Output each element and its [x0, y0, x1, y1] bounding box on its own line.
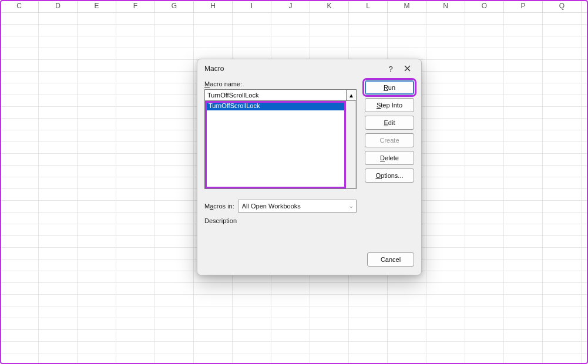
- cell[interactable]: [543, 119, 582, 130]
- cell[interactable]: [155, 154, 194, 166]
- cell[interactable]: [194, 318, 233, 330]
- cell[interactable]: [78, 342, 116, 353]
- cell[interactable]: [39, 83, 78, 95]
- cell[interactable]: [426, 259, 465, 271]
- cell[interactable]: [116, 342, 155, 353]
- cell[interactable]: [310, 342, 349, 353]
- cell[interactable]: [116, 189, 155, 201]
- cell[interactable]: [78, 306, 116, 318]
- cell[interactable]: [39, 72, 78, 83]
- cell[interactable]: [155, 342, 194, 353]
- cell[interactable]: [78, 295, 116, 306]
- cell[interactable]: [233, 283, 271, 295]
- cell[interactable]: [349, 48, 388, 60]
- cell[interactable]: [233, 36, 271, 48]
- cell[interactable]: [0, 224, 39, 236]
- cell[interactable]: [504, 130, 543, 142]
- cell[interactable]: [543, 36, 582, 48]
- cell[interactable]: [582, 248, 588, 259]
- cell[interactable]: [194, 330, 233, 342]
- cell[interactable]: [504, 36, 543, 48]
- cell[interactable]: [504, 166, 543, 177]
- cell[interactable]: [388, 25, 426, 36]
- cell[interactable]: [78, 177, 116, 189]
- edit-button[interactable]: Edit: [365, 116, 414, 130]
- cell[interactable]: [78, 166, 116, 177]
- cell[interactable]: [582, 130, 588, 142]
- cell[interactable]: [426, 48, 465, 60]
- cell[interactable]: [0, 130, 39, 142]
- delete-button[interactable]: Delete: [365, 151, 414, 165]
- cell[interactable]: [582, 330, 588, 342]
- cell[interactable]: [582, 48, 588, 60]
- cell[interactable]: [78, 283, 116, 295]
- cell[interactable]: [426, 107, 465, 119]
- cell[interactable]: [426, 13, 465, 25]
- column-header[interactable]: E: [78, 0, 116, 13]
- cell[interactable]: [155, 95, 194, 107]
- cell[interactable]: [39, 95, 78, 107]
- column-header[interactable]: C: [0, 0, 39, 13]
- cell[interactable]: [0, 213, 39, 224]
- cell[interactable]: [465, 25, 504, 36]
- cell[interactable]: [388, 283, 426, 295]
- cell[interactable]: [233, 318, 271, 330]
- cell[interactable]: [233, 330, 271, 342]
- column-header[interactable]: D: [39, 0, 78, 13]
- cell[interactable]: [78, 72, 116, 83]
- cell[interactable]: [504, 72, 543, 83]
- cell[interactable]: [78, 142, 116, 154]
- cell[interactable]: [349, 306, 388, 318]
- cell[interactable]: [465, 353, 504, 364]
- cell[interactable]: [504, 154, 543, 166]
- cell[interactable]: [426, 142, 465, 154]
- cell[interactable]: [504, 119, 543, 130]
- cell[interactable]: [39, 119, 78, 130]
- cell[interactable]: [39, 295, 78, 306]
- cell[interactable]: [349, 353, 388, 364]
- cell[interactable]: [194, 13, 233, 25]
- cell[interactable]: [388, 295, 426, 306]
- cell[interactable]: [155, 306, 194, 318]
- cell[interactable]: [310, 36, 349, 48]
- cell[interactable]: [543, 95, 582, 107]
- cell[interactable]: [194, 342, 233, 353]
- cell[interactable]: [582, 236, 588, 248]
- cell[interactable]: [504, 107, 543, 119]
- cell[interactable]: [0, 330, 39, 342]
- cell[interactable]: [155, 166, 194, 177]
- cell[interactable]: [78, 271, 116, 283]
- cell[interactable]: [465, 107, 504, 119]
- cell[interactable]: [465, 213, 504, 224]
- cell[interactable]: [271, 295, 310, 306]
- cell[interactable]: [582, 283, 588, 295]
- cell[interactable]: [582, 36, 588, 48]
- cell[interactable]: [504, 95, 543, 107]
- cell[interactable]: [116, 72, 155, 83]
- scrollbar[interactable]: [346, 101, 356, 188]
- cell[interactable]: [155, 236, 194, 248]
- cell[interactable]: [582, 83, 588, 95]
- cell[interactable]: [543, 318, 582, 330]
- cell[interactable]: [78, 107, 116, 119]
- column-header[interactable]: F: [116, 0, 155, 13]
- cell[interactable]: [465, 271, 504, 283]
- cell[interactable]: [465, 236, 504, 248]
- cell[interactable]: [78, 318, 116, 330]
- cell[interactable]: [465, 330, 504, 342]
- macro-listbox[interactable]: TurnOffScrollLock: [205, 101, 346, 188]
- cell[interactable]: [194, 283, 233, 295]
- cell[interactable]: [543, 259, 582, 271]
- cell[interactable]: [426, 36, 465, 48]
- cell[interactable]: [78, 119, 116, 130]
- cell[interactable]: [543, 283, 582, 295]
- cell[interactable]: [426, 236, 465, 248]
- cell[interactable]: [349, 25, 388, 36]
- cell[interactable]: [194, 306, 233, 318]
- cell[interactable]: [0, 154, 39, 166]
- cell[interactable]: [543, 166, 582, 177]
- cell[interactable]: [116, 95, 155, 107]
- cell[interactable]: [116, 259, 155, 271]
- cell[interactable]: [582, 201, 588, 213]
- cell[interactable]: [582, 13, 588, 25]
